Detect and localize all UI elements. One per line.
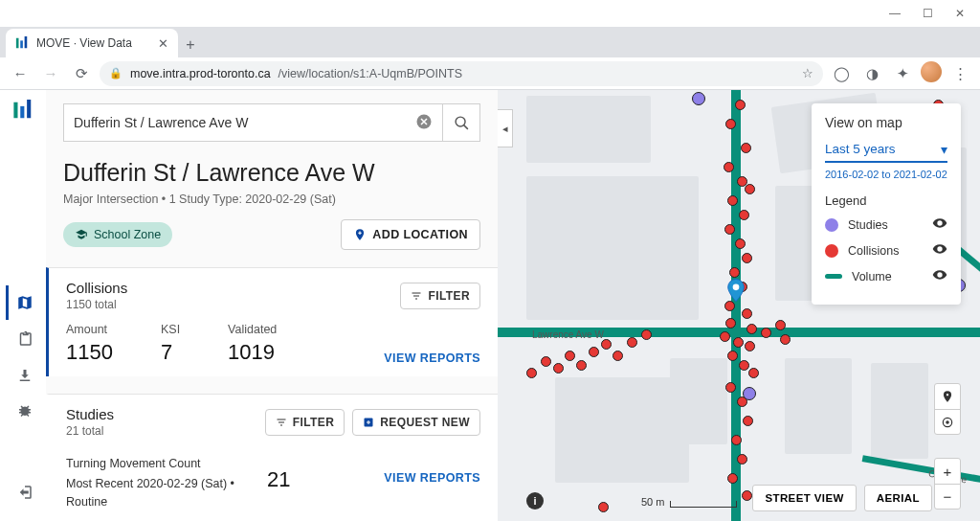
stat-ksi: KSI 7 — [161, 323, 180, 365]
url-host: move.intra.prod-toronto.ca — [130, 67, 271, 80]
svg-rect-2 — [25, 36, 28, 48]
svg-rect-4 — [20, 106, 24, 118]
collisions-filter-button[interactable]: FILTER — [400, 283, 480, 309]
collisions-heading: Collisions — [66, 280, 127, 296]
back-button[interactable]: ← — [8, 61, 33, 86]
svg-point-11 — [947, 420, 948, 422]
search-value: Dufferin St / Lawrence Ave W — [74, 115, 248, 130]
tab-favicon — [15, 36, 29, 50]
studies-total: 21 total — [66, 424, 114, 438]
legend-item-studies: Studies — [825, 215, 947, 234]
pin-plus-icon — [353, 228, 367, 241]
legend-item-collisions: Collisions — [825, 241, 947, 260]
stat-validated: Validated 1019 — [228, 323, 277, 365]
studies-count: 21 — [267, 467, 290, 492]
collisions-total: 1150 total — [66, 298, 127, 311]
details-panel: Dufferin St / Lawrence Ave W Dufferin St… — [46, 90, 498, 521]
study-type: Turning Movement Count — [66, 455, 257, 473]
svg-point-7 — [456, 117, 465, 126]
swatch-icon — [825, 218, 838, 232]
new-tab-button[interactable]: + — [178, 33, 203, 57]
locate-button[interactable] — [935, 409, 960, 434]
svg-rect-5 — [27, 100, 31, 118]
date-range-select[interactable]: Last 5 years ▾ — [825, 142, 947, 163]
filter-icon — [276, 417, 287, 428]
swatch-icon — [825, 274, 842, 279]
window-titlebar: ― ☐ ✕ — [0, 0, 980, 27]
collisions-card: Collisions 1150 total FILTER Amount 1150… — [46, 267, 498, 376]
browser-tabstrip: MOVE · View Data ✕ + — [0, 27, 980, 57]
map-scale: 50 m — [641, 496, 737, 508]
zoom-out-button[interactable]: − — [935, 484, 960, 509]
maximize-button[interactable]: ☐ — [911, 3, 944, 24]
studies-view-reports-link[interactable]: VIEW REPORTS — [384, 471, 480, 485]
swatch-icon — [825, 244, 838, 258]
profile-avatar[interactable] — [921, 61, 942, 82]
collisions-view-reports-link[interactable]: VIEW REPORTS — [384, 351, 480, 365]
zoom-controls: + − — [934, 458, 961, 510]
collapse-panel-button[interactable]: ◂ — [498, 109, 513, 147]
nav-map[interactable] — [6, 285, 40, 320]
study-recent: Most Recent 2020-02-29 (Sat) • Routine — [66, 475, 257, 511]
address-bar[interactable]: 🔒 move.intra.prod-toronto.ca/view/locati… — [100, 61, 823, 86]
svg-rect-3 — [13, 102, 17, 119]
zoom-in-button[interactable]: + — [935, 459, 960, 484]
filter-icon — [411, 290, 422, 302]
street-label: Lawrence Ave W — [532, 329, 604, 340]
extension-icon[interactable]: ◯ — [829, 61, 854, 86]
nav-download[interactable] — [6, 358, 40, 393]
date-range-text: 2016-02-02 to 2021-02-02 — [825, 169, 947, 180]
tab-title: MOVE · View Data — [36, 36, 132, 50]
close-window-button[interactable]: ✕ — [944, 3, 976, 24]
svg-point-9 — [733, 284, 740, 291]
add-location-button[interactable]: ADD LOCATION — [341, 219, 480, 250]
school-zone-chip: School Zone — [63, 222, 172, 247]
visibility-toggle[interactable] — [932, 241, 947, 260]
pin-mode-button[interactable] — [935, 384, 960, 409]
page-title: Dufferin St / Lawrence Ave W — [63, 159, 480, 187]
legend-item-volume: Volume — [825, 267, 947, 285]
nav-logout[interactable] — [6, 475, 40, 510]
reload-button[interactable]: ⟳ — [69, 61, 94, 86]
visibility-toggle[interactable] — [932, 215, 947, 234]
request-new-button[interactable]: REQUEST NEW — [352, 409, 480, 436]
school-icon — [75, 228, 88, 241]
street-view-button[interactable]: STREET VIEW — [752, 485, 856, 511]
nav-clipboard[interactable] — [6, 322, 40, 356]
svg-rect-0 — [16, 38, 19, 49]
studies-heading: Studies — [66, 406, 114, 422]
minimize-button[interactable]: ― — [879, 3, 911, 24]
stat-amount: Amount 1150 — [66, 323, 113, 365]
app-logo — [12, 100, 33, 121]
map-mode-controls — [934, 383, 961, 435]
browser-tab[interactable]: MOVE · View Data ✕ — [6, 29, 178, 57]
map-legend-panel: View on map Last 5 years ▾ 2016-02-02 to… — [812, 103, 961, 305]
browser-toolbar: ← → ⟳ 🔒 move.intra.prod-toronto.ca/view/… — [0, 57, 980, 90]
aerial-button[interactable]: AERIAL — [864, 485, 932, 511]
studies-card: Studies 21 total FILTER REQUEST NEW — [46, 394, 498, 521]
svg-rect-1 — [20, 40, 23, 48]
extension-icon[interactable]: ◑ — [859, 61, 884, 86]
legend-title: View on map — [825, 115, 947, 130]
visibility-toggle[interactable] — [932, 267, 947, 285]
forward-button[interactable]: → — [38, 61, 63, 86]
legend-label: Legend — [825, 193, 947, 208]
studies-filter-button[interactable]: FILTER — [265, 409, 345, 436]
kebab-menu-icon[interactable]: ⋮ — [947, 61, 972, 86]
location-search-input[interactable]: Dufferin St / Lawrence Ave W — [63, 103, 442, 142]
plus-icon — [363, 417, 374, 428]
tab-close-icon[interactable]: ✕ — [158, 36, 168, 51]
extensions-icon[interactable]: ✦ — [890, 61, 915, 86]
nav-bug[interactable] — [6, 395, 40, 429]
lock-icon: 🔒 — [109, 67, 122, 79]
url-path: /view/location/s1:A-UqmB/POINTS — [278, 67, 462, 80]
search-button[interactable] — [442, 103, 480, 142]
clear-search-icon[interactable] — [415, 113, 433, 133]
page-subtitle: Major Intersection • 1 Study Type: 2020-… — [63, 193, 480, 206]
left-nav-rail — [0, 90, 46, 521]
star-icon[interactable]: ☆ — [802, 66, 813, 80]
location-pin-icon — [726, 279, 746, 304]
map-info-button[interactable]: i — [526, 492, 544, 510]
map-canvas[interactable]: ◂ Lawrence Ave W Cork Ave — [498, 90, 980, 521]
chevron-down-icon: ▾ — [941, 142, 947, 157]
